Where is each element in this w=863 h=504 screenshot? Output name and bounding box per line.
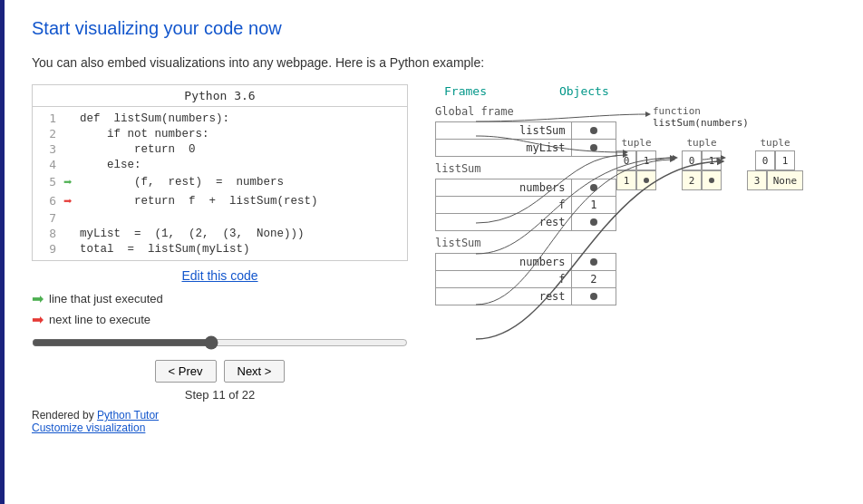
legend-green-label: line that just executed: [49, 292, 163, 305]
right-panel: Frames Objects Global frame listSum myLi…: [435, 84, 836, 422]
frames-panel: Global frame listSum myList li: [435, 105, 616, 422]
code-line-9: 9 total = listSum(myList): [33, 241, 407, 257]
var-val-f1: 1: [571, 197, 616, 214]
tuple-cell: 0: [755, 150, 775, 170]
left-panel: Python 3.6 1 def listSum(numbers): 2 if …: [32, 84, 408, 434]
customize-link-container: Customize visualization: [32, 422, 408, 434]
var-val-f2: 2: [571, 271, 616, 288]
prev-button[interactable]: < Prev: [155, 360, 217, 383]
var-val-rest1: [571, 214, 616, 231]
var-val-mylist: [571, 140, 616, 157]
code-line-4: 4 else:: [33, 157, 407, 172]
frame-table-2: numbers f 2 rest: [435, 253, 616, 305]
legend-red-arrow-icon: ➡: [32, 311, 44, 328]
green-arrow: ➡: [63, 173, 80, 190]
code-line-3: 3 return 0: [33, 141, 407, 157]
frames-label: Frames: [444, 84, 487, 98]
rendered-by: Rendered by Python Tutor: [32, 409, 408, 422]
frame-table-1: numbers f 1 rest: [435, 179, 616, 231]
global-frame-title: Global frame: [435, 105, 616, 118]
function-name: listSum(numbers): [653, 117, 749, 129]
edit-code-link[interactable]: Edit this code: [181, 268, 257, 283]
tuple-cell: None: [767, 170, 803, 190]
tuple-1: tuple 0 1 1: [616, 137, 656, 190]
frame-listsum-2: listSum numbers f 2 rest: [435, 237, 616, 305]
frame-listsum-2-title: listSum: [435, 237, 616, 249]
page-title[interactable]: Start visualizing your code now: [32, 18, 836, 39]
table-row: rest: [436, 288, 616, 305]
tuple-3-cells: 0 1: [755, 150, 795, 170]
viz-header: Frames Objects: [435, 84, 836, 98]
tuple-2: tuple 0 1 2: [682, 137, 722, 190]
var-val-rest2: [571, 288, 616, 305]
tuple-3-cells-row2: 3 None: [747, 170, 803, 190]
tuple-cell-dot: [636, 170, 656, 190]
code-box: Python 3.6 1 def listSum(numbers): 2 if …: [32, 84, 408, 261]
table-row: f 1: [436, 197, 616, 214]
edit-link-container: Edit this code: [32, 268, 408, 283]
code-line-7: 7: [33, 210, 407, 226]
var-name-mylist: myList: [436, 140, 572, 157]
tuple-3: tuple 0 1 3 None: [747, 137, 803, 190]
table-row: rest: [436, 214, 616, 231]
dot-icon: [590, 218, 597, 226]
tuple-cell: 2: [682, 170, 702, 190]
step-slider[interactable]: [32, 335, 408, 350]
code-lines: 1 def listSum(numbers): 2 if not numbers…: [33, 107, 407, 260]
frame-listsum-1: listSum numbers f 1 rest: [435, 162, 616, 231]
legend-green-arrow-icon: ➡: [32, 290, 44, 307]
dot-icon: [709, 178, 714, 183]
tuple-1-cells: 0 1: [616, 150, 656, 170]
dot-icon: [590, 127, 597, 134]
var-name-numbers2: numbers: [436, 254, 572, 271]
tuple-cell: 1: [636, 150, 656, 170]
function-label: function: [653, 105, 749, 117]
python-tutor-link[interactable]: Python Tutor: [97, 409, 159, 422]
dot-icon: [590, 184, 597, 191]
dot-icon: [590, 258, 597, 266]
global-frame-table: listSum myList: [435, 121, 616, 157]
var-val-numbers2: [571, 254, 616, 271]
objects-panel: function listSum(numbers) tuple 0 1 1: [616, 105, 836, 422]
code-header: Python 3.6: [33, 85, 407, 107]
legend: ➡ line that just executed ➡ next line to…: [32, 290, 408, 328]
tuple-2-cells: 0 1: [682, 150, 722, 170]
dot-icon: [644, 178, 649, 183]
tuple-cell: 1: [775, 150, 795, 170]
tuple-cell-dot: [702, 170, 722, 190]
tuple-cell: 0: [616, 150, 636, 170]
table-row: numbers: [436, 179, 616, 197]
table-row: myList: [436, 140, 616, 157]
tuple-cell: 0: [682, 150, 702, 170]
function-box: function listSum(numbers): [653, 105, 749, 129]
nav-buttons: < Prev Next >: [32, 360, 408, 383]
code-line-5: 5 ➡ (f, rest) = numbers: [33, 172, 407, 191]
subtitle: You can also embed visualizations into a…: [32, 55, 836, 70]
var-name-rest1: rest: [436, 214, 572, 231]
code-line-2: 2 if not numbers:: [33, 126, 407, 141]
dot-icon: [590, 144, 597, 151]
var-val-numbers1: [571, 179, 616, 197]
customize-link[interactable]: Customize visualization: [32, 422, 145, 434]
tuple-1-cells-row2: 1: [616, 170, 656, 190]
objects-label: Objects: [559, 84, 609, 98]
table-row: f 2: [436, 271, 616, 288]
code-line-8: 8 myList = (1, (2, (3, None))): [33, 226, 407, 241]
var-name-f2: f: [436, 271, 572, 288]
legend-green: ➡ line that just executed: [32, 290, 408, 307]
tuples-row: tuple 0 1 1 tuple: [616, 137, 803, 190]
global-frame: Global frame listSum myList: [435, 105, 616, 157]
next-button[interactable]: Next >: [224, 360, 286, 383]
tuple-cell: 3: [747, 170, 767, 190]
tuple-3-label: tuple: [760, 137, 790, 149]
tuple-2-label: tuple: [686, 137, 716, 149]
var-name-rest2: rest: [436, 288, 572, 305]
table-row: numbers: [436, 254, 616, 271]
frame-listsum-1-title: listSum: [435, 162, 616, 175]
frames-objects-container: Global frame listSum myList li: [435, 105, 836, 422]
tuple-1-label: tuple: [621, 137, 651, 149]
table-row: listSum: [436, 122, 616, 140]
var-name-f1: f: [436, 197, 572, 214]
red-arrow: ➡: [63, 192, 80, 209]
code-line-1: 1 def listSum(numbers):: [33, 111, 407, 126]
